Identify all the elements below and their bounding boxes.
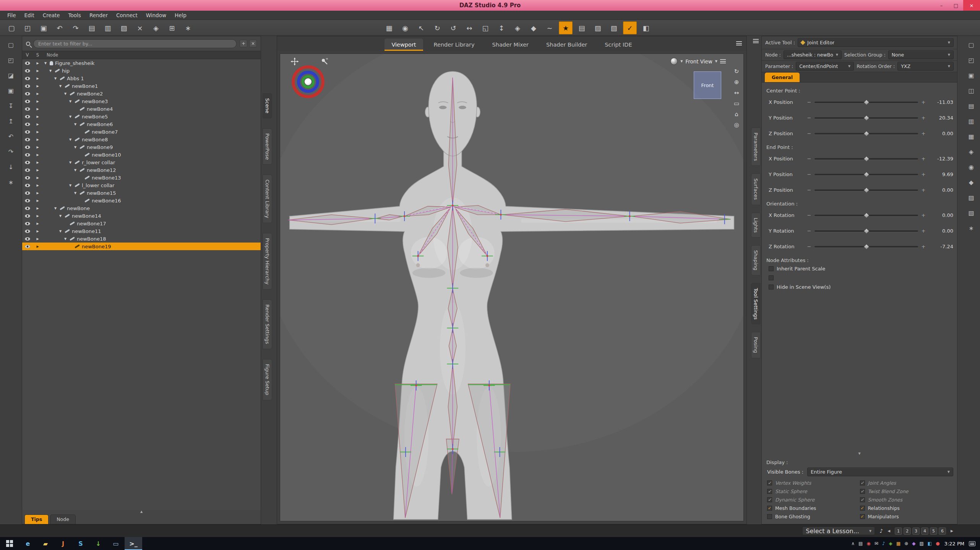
tree-row[interactable]: ▶ newBone13 [22,174,261,181]
display-option[interactable]: Bone Ghosting [767,514,860,519]
visibility-eye-icon[interactable] [22,168,32,172]
slider-decrement-button[interactable]: − [807,115,811,121]
visibility-eye-icon[interactable] [22,115,32,118]
tree-row[interactable]: ▶ newBone10 [22,151,261,159]
tree-row[interactable]: ▶ newBone18 [22,235,261,243]
tree-row[interactable]: ▶ r_lower collar [22,159,261,166]
duplicate-button[interactable]: ◈ [149,21,163,34]
maximize-button[interactable]: □ [949,0,963,11]
section-collapse-icon[interactable]: ▼ [766,451,953,456]
copy-button[interactable]: ▥ [101,21,115,34]
draw-style-tool[interactable]: ▦ [382,21,396,34]
slider-increment-button[interactable]: + [921,187,926,193]
slider-track[interactable] [815,215,918,216]
tree-row[interactable]: ▶ newBone15 [22,189,261,197]
chevron-down-icon[interactable]: ▼ [680,60,683,63]
slider-value[interactable]: 0.00 [929,212,953,218]
selection-pointer-icon[interactable]: ▶ [32,237,43,241]
navigation-cube[interactable]: Front [694,71,721,99]
slider-value[interactable]: -11.03 [929,99,953,105]
checkbox[interactable] [767,489,772,494]
slider-track[interactable] [815,117,918,119]
selection-pointer-icon[interactable]: ▶ [32,161,43,164]
new-file-icon[interactable]: ▢ [5,40,17,50]
delete-button[interactable]: × [133,21,147,34]
dock-tab[interactable]: PowerPose [263,128,272,165]
menu-item[interactable]: Window [142,11,170,19]
tray-icon-9[interactable]: ▨ [919,541,923,546]
visibility-eye-icon[interactable] [22,146,32,149]
tree-row[interactable]: ▶ newBone3 [22,97,261,105]
visibility-eye-icon[interactable] [22,176,32,180]
checkbox[interactable] [769,266,774,271]
slider-value[interactable]: 0.00 [929,131,953,136]
selection-pointer-icon[interactable]: ▶ [32,123,43,126]
expand-arrow-icon[interactable] [49,69,54,73]
selection-pointer-icon[interactable]: ▶ [32,130,43,134]
checkbox-row[interactable]: Hide in Scene View(s) [766,282,953,292]
measure-tool[interactable]: ∼ [543,21,557,34]
tray-icon-8[interactable]: ◆ [912,541,915,546]
right-dock-icon-11[interactable]: ▨ [965,192,977,202]
slider-decrement-button[interactable]: − [807,228,811,234]
dock-tab[interactable]: Parameters [751,128,761,166]
notification-center-icon[interactable] [969,541,975,546]
rotate-tool[interactable]: ↻ [430,21,444,34]
right-dock-icon-1[interactable]: ▢ [965,40,977,50]
slider-increment-button[interactable]: + [921,115,926,121]
visibility-eye-icon[interactable] [22,61,32,65]
open-folder-icon[interactable]: ◰ [5,55,17,65]
selection-pointer-icon[interactable]: ▶ [32,146,43,149]
import-icon[interactable]: ↧ [5,101,17,111]
tree-row[interactable]: ▶ Figure_shesheik [22,59,261,67]
twist-tool[interactable]: ↺ [446,21,460,34]
menu-item[interactable]: Edit [20,11,39,19]
slider-increment-button[interactable]: + [921,156,926,162]
slider-track[interactable] [815,133,918,134]
new-scene-button[interactable]: ▢ [5,21,18,34]
pane-menu-icon[interactable] [753,39,759,43]
selection-pointer-icon[interactable]: ▶ [32,84,43,88]
view-selector-label[interactable]: Front View [685,58,712,65]
expand-arrow-icon[interactable] [54,77,59,80]
slider-decrement-button[interactable]: − [807,244,811,249]
selection-pointer-icon[interactable]: ▶ [32,69,43,73]
visibility-eye-icon[interactable] [22,161,32,164]
checkbox[interactable] [767,514,772,519]
viewport-tab[interactable]: Render Library [427,39,482,51]
viewport-tab[interactable]: Script IDE [598,39,639,51]
scene-navigator-tool[interactable]: ◉ [398,21,412,34]
visibility-eye-icon[interactable] [22,191,32,195]
slider-value[interactable]: -7.24 [929,244,953,249]
tree-row[interactable]: ▶ l_lower collar [22,181,261,189]
menu-item[interactable]: Create [39,11,64,19]
scene-filter-input[interactable] [33,39,237,48]
selection-pointer-icon[interactable]: ▶ [32,138,43,141]
display-option[interactable]: Relationships [860,505,953,511]
undo-button[interactable]: ↶ [53,21,67,34]
checkbox-row[interactable] [766,273,953,282]
slider-track[interactable] [815,189,918,191]
slider-value[interactable]: 20.34 [929,115,953,121]
slider-increment-button[interactable]: + [921,131,926,136]
slider-increment-button[interactable]: + [921,212,926,218]
selection-pointer-icon[interactable]: ▶ [32,191,43,195]
page-number[interactable]: 3 [912,527,920,535]
terminal-app-icon[interactable]: >_ [125,537,142,550]
default-view-icon[interactable]: ⌂ [732,110,741,118]
selection-pointer-icon[interactable]: ▶ [32,199,43,202]
visible-bones-dropdown[interactable]: Entire Figure ▼ [807,467,953,476]
selection-group-dropdown[interactable]: None ▼ [888,50,954,59]
tree-row[interactable]: ▶ newBone12 [22,166,261,174]
preferences-icon[interactable]: ∗ [5,177,17,187]
selection-pointer-icon[interactable]: ▶ [32,61,43,65]
rotation-order-dropdown[interactable]: YXZ ▼ [897,62,954,71]
visibility-eye-icon[interactable] [22,207,32,210]
node-selection-tool[interactable]: ↖ [414,21,428,34]
checkbox[interactable] [767,506,772,511]
slider-increment-button[interactable]: + [921,228,926,234]
slider-handle[interactable] [863,171,870,178]
slider-decrement-button[interactable]: − [807,131,811,136]
tree-row[interactable]: ▶ newBone6 [22,120,261,128]
checkbox-row[interactable]: Inherit Parent Scale [766,264,953,273]
